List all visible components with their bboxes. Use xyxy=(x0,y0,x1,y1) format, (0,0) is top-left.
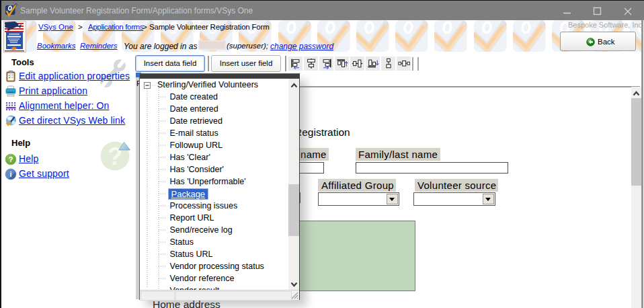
svg-text:?: ? xyxy=(9,155,13,163)
svg-text:i: i xyxy=(9,170,11,178)
